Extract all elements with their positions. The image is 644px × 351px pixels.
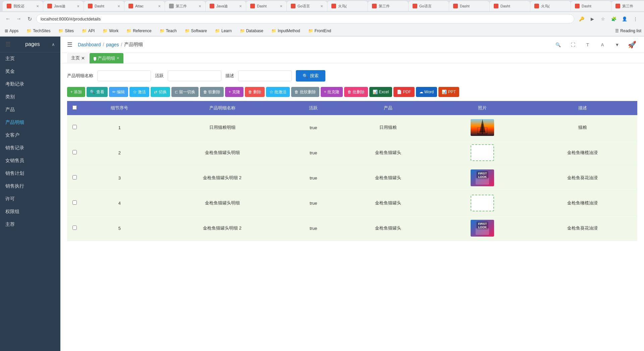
- sidebar-item-chǎnpǐnmíngxì[interactable]: 产品明细: [0, 116, 60, 129]
- bookmark-sites[interactable]: 📁 Sites: [56, 28, 76, 34]
- fullscreen-icon[interactable]: ⛶: [568, 39, 578, 50]
- forward-button[interactable]: →: [15, 15, 23, 23]
- tab-close-icon[interactable]: ✕: [36, 4, 39, 8]
- bookmark-software[interactable]: 📁 Software: [183, 28, 209, 34]
- tab-close-icon[interactable]: ✕: [239, 4, 242, 8]
- batch-activate-button[interactable]: ☆ 批激活: [266, 87, 290, 97]
- back-button[interactable]: ←: [4, 15, 12, 23]
- tab-java2[interactable]: Java迪 ✕: [206, 1, 246, 11]
- tab-third2[interactable]: 第三件: [368, 1, 408, 11]
- tab-huo2[interactable]: 火鸟(: [530, 1, 571, 11]
- toggle-button[interactable]: ⇄ 切换: [151, 87, 170, 97]
- tab-close-icon[interactable]: ✕: [158, 4, 161, 8]
- breadcrumb-pages[interactable]: pages: [106, 42, 119, 47]
- menu-icon[interactable]: ⋮: [631, 14, 640, 23]
- tab-dasht4[interactable]: Dasht: [490, 1, 530, 11]
- cast-icon[interactable]: ▶: [588, 14, 597, 23]
- tab-dasht2[interactable]: Dasht ✕: [246, 1, 286, 11]
- sidebar-item-zhuyé[interactable]: 主页: [0, 52, 60, 65]
- bookmark-reference[interactable]: 📁 Reference: [124, 28, 153, 34]
- star-icon[interactable]: ☆: [598, 14, 608, 23]
- activate-button[interactable]: ☆ 激活: [129, 87, 149, 97]
- bookmark-database[interactable]: 📁 Database: [238, 28, 265, 34]
- tab-close-icon[interactable]: ✕: [199, 4, 201, 8]
- sidebar-item-jiǎngjīn[interactable]: 奖金: [0, 65, 60, 78]
- batch-clone-button[interactable]: + 批克隆: [321, 87, 343, 97]
- tab-go1[interactable]: Go语言 ✕: [287, 1, 327, 11]
- clone-button[interactable]: + 克隆: [225, 87, 243, 97]
- search-input-desc[interactable]: [238, 70, 292, 81]
- font-icon[interactable]: T: [582, 39, 593, 50]
- add-button[interactable]: + 添加: [67, 87, 85, 97]
- tab-dasht5[interactable]: Dasht: [571, 1, 611, 11]
- tab-go2[interactable]: Go语言: [409, 1, 449, 11]
- extensions-icon[interactable]: 🧩: [609, 14, 619, 23]
- bookmark-techsites[interactable]: 📁 TechSites: [24, 28, 52, 34]
- bookmark-apps[interactable]: ⊞ Apps: [3, 28, 20, 34]
- bookmark-inputmethod[interactable]: 📁 InputMethod: [269, 28, 302, 34]
- row-checkbox[interactable]: [72, 150, 77, 154]
- url-bar[interactable]: localhost:8000/#/productdetails: [36, 14, 574, 23]
- sidebar-item-xiāoshòujìlù[interactable]: 销售记录: [0, 142, 60, 154]
- edit-button[interactable]: ✏ 编辑: [109, 87, 128, 97]
- tab-chǎnpǐnmíngxì[interactable]: ● 产品明细 ✕: [90, 53, 123, 63]
- tab-我投还[interactable]: 我投还 ✕: [3, 1, 43, 11]
- search-input-name[interactable]: [97, 70, 151, 81]
- sidebar-item-nǚkèhù[interactable]: 女客户: [0, 129, 60, 142]
- sidebar-item-quánxiànzǔ[interactable]: 权限组: [0, 205, 60, 218]
- reading-list-button[interactable]: ☰ Reading list: [615, 29, 641, 33]
- sidebar-item-kǎoqín[interactable]: 考勤记录: [0, 78, 60, 91]
- row-checkbox[interactable]: [72, 175, 77, 180]
- tab-close-icon[interactable]: ✕: [320, 4, 323, 8]
- search-input-active[interactable]: [168, 70, 221, 81]
- hamburger-icon[interactable]: ☰: [5, 41, 11, 48]
- tab-third1[interactable]: 第三件 ✕: [165, 1, 205, 11]
- bookmark-work[interactable]: 📁 Work: [101, 28, 120, 34]
- sidebar-item-nǚxiāoshòu[interactable]: 女销售员: [0, 154, 60, 167]
- sidebar-item-xiāoshòuzhíxíng[interactable]: 销售执行: [0, 180, 60, 193]
- breadcrumb-dashboard[interactable]: Dashboard: [78, 42, 101, 47]
- tab-dasht3[interactable]: Dasht: [449, 1, 489, 11]
- bookmark-learn[interactable]: 📁 Learn: [213, 28, 234, 34]
- bookmark-teach[interactable]: 📁 Teach: [158, 28, 179, 34]
- sidebar-item-xǔkě[interactable]: 许可: [0, 193, 60, 205]
- row-checkbox[interactable]: [72, 125, 77, 129]
- menu-toggle-icon[interactable]: ☰: [67, 41, 72, 48]
- soft-delete-button[interactable]: 🗑 软删除: [200, 87, 224, 97]
- rocket-icon[interactable]: 🚀: [627, 39, 637, 50]
- delete-button[interactable]: 🗑 删除: [245, 87, 265, 97]
- bookmark-frontend[interactable]: 📁 FrontEnd: [306, 28, 333, 34]
- row-checkbox[interactable]: [72, 225, 77, 230]
- sidebar-item-lèibié[interactable]: 类别: [0, 91, 60, 103]
- tab-zhuyé[interactable]: 主页 ✕: [67, 53, 89, 63]
- ppt-button[interactable]: 📊 PPT: [438, 87, 459, 97]
- tab-close-icon[interactable]: ✕: [77, 4, 79, 8]
- key-icon[interactable]: 🔑: [577, 14, 586, 23]
- batch-delete-button[interactable]: 🗑 批删除: [344, 87, 368, 97]
- sidebar-item-chǎnpǐn[interactable]: 产品: [0, 103, 60, 116]
- chevron-down-icon[interactable]: ▼: [612, 39, 623, 50]
- word-button[interactable]: ☁ Word: [416, 87, 437, 97]
- excel-button[interactable]: 📊 Excel: [369, 87, 392, 97]
- sidebar-item-xiāoshòujìhuà[interactable]: 销售计划: [0, 167, 60, 180]
- batch-soft-delete-button[interactable]: 🗑 批软删除: [291, 87, 319, 97]
- refresh-button[interactable]: ↻: [25, 15, 34, 23]
- select-all-checkbox[interactable]: [72, 105, 77, 110]
- row-checkbox[interactable]: [72, 200, 77, 205]
- search-button[interactable]: 🔍 搜索: [296, 70, 325, 82]
- tab-close-icon[interactable]: ✕: [280, 4, 282, 8]
- translate-icon[interactable]: A: [597, 39, 608, 50]
- tab-attac[interactable]: Attac ✕: [124, 1, 165, 11]
- profile-icon[interactable]: 👤: [620, 14, 629, 23]
- sidebar-collapse-icon[interactable]: ∧: [52, 42, 55, 47]
- tab-java1[interactable]: Java迪 ✕: [43, 1, 84, 11]
- tab-close-icon[interactable]: ✕: [117, 4, 120, 8]
- tab-third3[interactable]: 第三件: [611, 1, 644, 11]
- tab-huo1[interactable]: 火鸟(: [327, 1, 368, 11]
- view-button[interactable]: 🔍 查看: [87, 87, 107, 97]
- sidebar-item-zhǔjiàn[interactable]: 主荐: [0, 218, 60, 231]
- pdf-button[interactable]: 📄 PDF: [393, 87, 414, 97]
- search-icon[interactable]: 🔍: [553, 39, 564, 50]
- bookmark-api[interactable]: 📁 API: [80, 28, 97, 34]
- tab-close-icon[interactable]: ✕: [81, 56, 85, 61]
